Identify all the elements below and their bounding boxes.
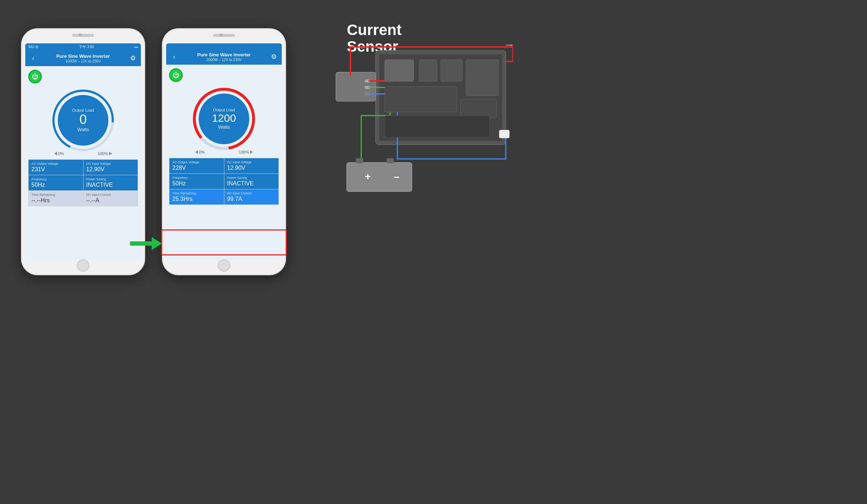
arrow-shaft: [130, 241, 152, 246]
phone-1-screen: SIU 令 下午 3:02 ▪▪▪ ‹ Pure Sine Wave Inver…: [25, 43, 141, 260]
back-button-2[interactable]: ‹: [170, 53, 178, 61]
app-body-1: ⏻ Output Load 0 Watts: [25, 66, 141, 260]
cell-ac-voltage-2: AC Output Voltage 228V: [169, 158, 224, 173]
gauge-circle-1: Output Load 0 Watts: [58, 95, 108, 146]
header-title-2: Pure Sine Wave Inverter: [178, 52, 269, 58]
gauge-area-1: Output Load 0 Watts 0% 100%: [28, 88, 138, 156]
gauge-area-2: Output Load 1200 Watts 0% 100%: [169, 86, 279, 154]
gauge-label-2: Output Load: [213, 108, 235, 112]
sensor-diagram: + –: [332, 43, 513, 195]
gear-button-2[interactable]: ⚙: [269, 53, 278, 61]
cell-power-saving-1: Power Saving INACTIVE: [83, 175, 138, 190]
svg-rect-17: [499, 130, 509, 138]
gear-button-1[interactable]: ⚙: [129, 54, 137, 62]
svg-rect-25: [461, 99, 497, 117]
svg-rect-21: [419, 60, 437, 81]
gauge-container-1: Output Load 0 Watts: [51, 88, 116, 153]
svg-rect-26: [385, 116, 489, 137]
gauge-value-1: 0: [79, 113, 87, 126]
svg-text:+: +: [365, 171, 371, 182]
svg-rect-24: [385, 87, 457, 112]
svg-rect-15: [356, 158, 363, 163]
svg-rect-22: [441, 60, 462, 81]
cell-frequency-2: Frequency 50Hz: [169, 174, 224, 189]
status-bar-1: SIU 令 下午 3:02 ▪▪▪: [25, 43, 141, 51]
app-header-1: ‹ Pure Sine Wave Inverter 1000W – 12V to…: [25, 51, 141, 66]
status-time-1: 下午 3:02: [79, 44, 94, 49]
power-button-1[interactable]: ⏻: [28, 70, 42, 83]
svg-marker-19: [511, 44, 513, 46]
gauge-value-2: 1200: [212, 113, 236, 124]
home-button-2[interactable]: [218, 259, 230, 272]
header-subtitle-1: 1000W – 12V to 230V: [38, 59, 129, 63]
svg-text:–: –: [394, 171, 400, 182]
gauge-container-2: Output Load 1200 Watts: [191, 86, 256, 151]
home-button-1[interactable]: [77, 259, 89, 272]
status-carrier-1: SIU 令: [28, 44, 39, 49]
cell-time-remaining-2: Time Remaining 25.3Hrs: [169, 189, 224, 204]
gauge-unit-2: Watts: [218, 124, 230, 130]
power-icon-1: ⏻: [32, 73, 38, 80]
back-button-1[interactable]: ‹: [29, 55, 38, 62]
cell-time-remaining-1: Time Remaining --.--Hrs: [29, 191, 83, 206]
cell-dc-current-2: DC Input Current 99.7A: [224, 189, 279, 204]
app-header-2: ‹ Pure Sine Wave Inverter 1000W – 12V to…: [166, 49, 282, 65]
header-title-1: Pure Sine Wave Inverter: [38, 53, 129, 59]
gauge-unit-1: Watts: [77, 127, 89, 132]
svg-rect-20: [385, 60, 414, 81]
header-title-block-2: Pure Sine Wave Inverter 1000W – 12V to 2…: [178, 52, 269, 62]
arrow-head: [152, 237, 162, 250]
green-arrow: [130, 237, 162, 250]
status-bar-2: [166, 43, 282, 49]
header-subtitle-2: 1000W – 12V to 230V: [178, 58, 269, 62]
sensor-diagram-svg: + –: [332, 43, 513, 195]
data-grid-2: AC Output Voltage 228V DC Input Voltage …: [169, 158, 279, 205]
phone-1: SIU 令 下午 3:02 ▪▪▪ ‹ Pure Sine Wave Inver…: [22, 29, 144, 275]
svg-rect-12: [347, 163, 412, 191]
phone-2-screen: ‹ Pure Sine Wave Inverter 1000W – 12V to…: [166, 43, 282, 260]
header-title-block-1: Pure Sine Wave Inverter 1000W – 12V to 2…: [38, 53, 129, 63]
cell-power-saving-2: Power Saving INACTIVE: [224, 174, 279, 189]
cell-frequency-1: Frequency 50Hz: [29, 175, 83, 190]
cell-dc-current-1: DC Input Current --.--A: [83, 191, 138, 206]
phone-2: ‹ Pure Sine Wave Inverter 1000W – 12V to…: [163, 29, 285, 275]
status-battery-1: ▪▪▪: [134, 45, 138, 49]
svg-rect-23: [466, 60, 499, 96]
cell-dc-voltage-1: DC Input Voltage 12.90V: [83, 160, 138, 175]
svg-rect-16: [387, 158, 394, 163]
power-icon-2: ⏻: [173, 72, 179, 78]
gauge-label-1: Output Load: [72, 108, 94, 112]
gauge-circle-2: Output Load 1200 Watts: [199, 94, 249, 144]
cell-dc-voltage-2: DC Input Voltage 12.90V: [224, 158, 279, 173]
app-body-2: ⏻ Output Load 1200 Watts: [166, 65, 282, 260]
data-grid-1: AC Output Voltage 231V DC Input Voltage …: [28, 159, 138, 206]
power-button-2[interactable]: ⏻: [169, 68, 183, 82]
cell-ac-voltage-1: AC Output Voltage 231V: [29, 160, 83, 175]
